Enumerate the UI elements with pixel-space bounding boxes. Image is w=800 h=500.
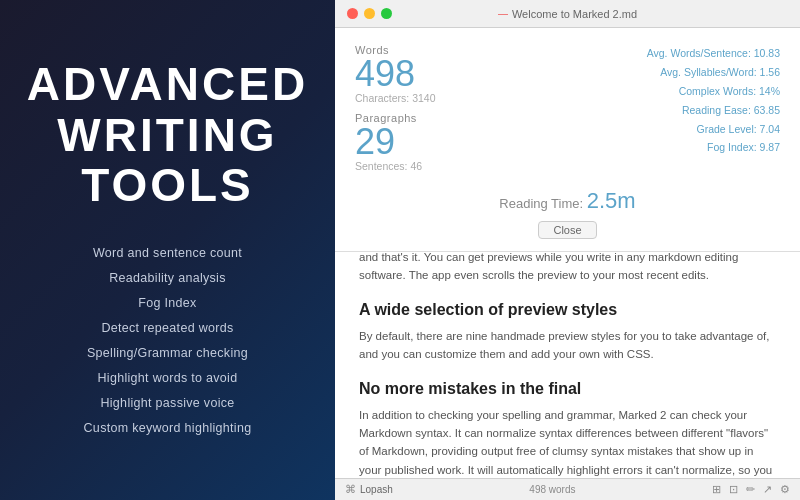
grade-level: Grade Level: 7.04 [647,120,780,139]
section2-paragraph: In addition to checking your spelling an… [359,406,776,478]
sentences-label: Sentences: 46 [355,160,436,172]
status-bar: ⌘ Lopash 498 words ⊞ ⊡ ✏ ↗ ⚙ [335,478,800,500]
main-title: ADVANCED WRITING TOOLS [27,59,308,211]
title-icon: — [498,8,508,19]
reading-time-label: Reading Time: [499,196,583,211]
fog-index: Fog Index: 9.87 [647,138,780,157]
feature-item: Highlight passive voice [84,391,252,416]
words-group: Words 498 Characters: 3140 [355,44,436,104]
paragraphs-group: Paragraphs 29 Sentences: 46 [355,112,436,172]
feature-item: Spelling/Grammar checking [84,341,252,366]
minimize-traffic-light[interactable] [364,8,375,19]
status-icon-4[interactable]: ↗ [763,483,772,496]
stats-overlay: Words 498 Characters: 3140 Paragraphs 29… [335,28,800,252]
status-cmd-icon: ⌘ [345,483,356,496]
feature-item: Readability analysis [84,266,252,291]
stats-row: Words 498 Characters: 3140 Paragraphs 29… [355,44,780,180]
chars-label: Characters: 3140 [355,92,436,104]
traffic-lights [347,8,392,19]
section1-paragraph: By default, there are nine handmade prev… [359,327,776,364]
window-title: — Welcome to Marked 2.md [498,8,637,20]
section1-heading: A wide selection of preview styles [359,301,776,319]
close-traffic-light[interactable] [347,8,358,19]
feature-item: Highlight words to avoid [84,366,252,391]
reading-time-row: Reading Time: 2.5m [355,188,780,214]
status-icon-2[interactable]: ⊡ [729,483,738,496]
reading-time-value: 2.5m [587,188,636,213]
reading-ease: Reading Ease: 63.85 [647,101,780,120]
avg-words-sentence: Avg. Words/Sentence: 10.83 [647,44,780,63]
stats-left: Words 498 Characters: 3140 Paragraphs 29… [355,44,436,180]
section2-heading: No more mistakes in the final [359,380,776,398]
words-value: 498 [355,56,436,92]
zoom-traffic-light[interactable] [381,8,392,19]
features-list: Word and sentence count Readability anal… [84,241,252,441]
status-icon-3[interactable]: ✏ [746,483,755,496]
status-word-count: 498 words [529,484,575,495]
feature-item: Detect repeated words [84,316,252,341]
status-icon-5[interactable]: ⚙ [780,483,790,496]
stats-right: Avg. Words/Sentence: 10.83 Avg. Syllable… [647,44,780,157]
intro-paragraph: and that's it. You can get previews whil… [359,248,776,285]
complex-words: Complex Words: 14% [647,82,780,101]
left-panel: ADVANCED WRITING TOOLS Word and sentence… [0,0,335,500]
status-left: ⌘ Lopash [345,483,393,496]
feature-item: Fog Index [84,291,252,316]
window-chrome: — Welcome to Marked 2.md [335,0,800,28]
right-panel: — Welcome to Marked 2.md and that's it. … [335,0,800,500]
title-text: Welcome to Marked 2.md [512,8,637,20]
close-btn-row: Close [355,220,780,239]
close-button[interactable]: Close [538,221,596,239]
status-icon-1[interactable]: ⊞ [712,483,721,496]
feature-item: Custom keyword highlighting [84,416,252,441]
paragraphs-value: 29 [355,124,436,160]
feature-item: Word and sentence count [84,241,252,266]
status-label: Lopash [360,484,393,495]
avg-syllables-word: Avg. Syllables/Word: 1.56 [647,63,780,82]
status-right: ⊞ ⊡ ✏ ↗ ⚙ [712,483,790,496]
